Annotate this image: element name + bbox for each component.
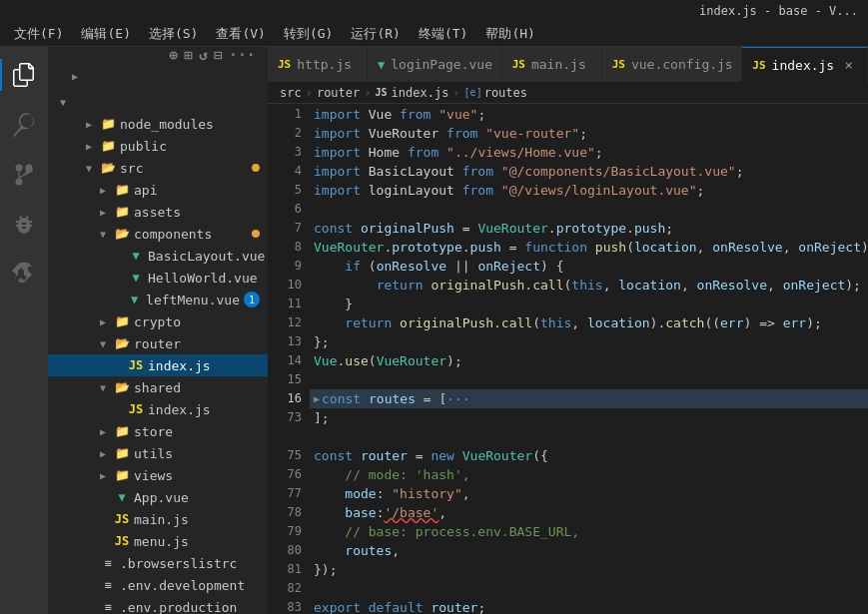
menu-item-V[interactable]: 查看(V) (208, 23, 273, 45)
tab-mainjs[interactable]: JS main.js (502, 47, 602, 82)
sidebar-item-components[interactable]: ▼ 📂 components (48, 223, 268, 245)
sidebar-item-shared-index[interactable]: JS index.js (48, 398, 268, 420)
new-file-icon[interactable]: ⊕ (169, 47, 178, 63)
tab-close-button[interactable]: × (840, 56, 857, 74)
ln-4: 4 (268, 162, 302, 181)
debug-activity-icon[interactable] (0, 201, 48, 249)
svg-point-1 (26, 165, 33, 172)
search-activity-icon[interactable] (0, 101, 48, 149)
more-options-icon[interactable]: ··· (229, 47, 256, 63)
breadcrumb-file: index.js (392, 86, 449, 100)
sep: › (364, 86, 371, 100)
sidebar-item-assets[interactable]: ▶ 📁 assets (48, 201, 268, 223)
sidebar-header-icons: ⊕ ⊞ ↺ ⊟ ··· (169, 47, 256, 63)
explorer-activity-icon[interactable] (0, 51, 48, 99)
ln-77: 77 (268, 484, 302, 503)
sidebar-item-utils[interactable]: ▶ 📁 utils (48, 442, 268, 464)
fold-arrow[interactable]: ▶ (314, 389, 320, 408)
menu-item-F[interactable]: 文件(F) (6, 23, 71, 45)
code-editor[interactable]: 1 2 3 4 5 6 7 8 9 10 11 12 13 14 15 16 7… (268, 104, 868, 614)
code-line-9: if (onResolve || onReject) { (310, 257, 868, 276)
collapse-all-icon[interactable]: ⊟ (214, 47, 223, 63)
ln-5: 5 (268, 181, 302, 200)
chevron-icon: ▶ (96, 185, 110, 196)
new-folder-icon[interactable]: ⊞ (184, 47, 193, 63)
appvue-label: App.vue (134, 490, 189, 505)
ln-empty (268, 427, 302, 446)
sidebar-item-src[interactable]: ▼ 📂 src (48, 157, 268, 179)
ln-16: 16 (268, 389, 302, 408)
sidebar: ⊕ ⊞ ↺ ⊟ ··· ▶ ▼ ▶ 📁 node_modules (48, 47, 268, 614)
svg-line-4 (19, 172, 29, 179)
node-modules-label: node_modules (120, 117, 214, 132)
sidebar-item-crypto[interactable]: ▶ 📁 crypto (48, 310, 268, 332)
src-label: src (120, 161, 143, 176)
menu-item-H[interactable]: 帮助(H) (477, 23, 542, 45)
menu-item-E[interactable]: 编辑(E) (73, 23, 138, 45)
folder-icon: 📁 (100, 139, 116, 153)
code-line-2: import VueRouter from "vue-router"; (310, 124, 868, 143)
sidebar-item-mainjs[interactable]: JS main.js (48, 508, 268, 530)
ln-14: 14 (268, 351, 302, 370)
menu-item-R[interactable]: 运行(R) (343, 23, 408, 45)
sidebar-item-helloworld[interactable]: ▼ HelloWorld.vue (48, 267, 268, 289)
menu-item-S[interactable]: 选择(S) (141, 23, 206, 45)
router-label: router (134, 336, 181, 351)
sidebar-item-env-dev[interactable]: ≡ .env.development (48, 574, 268, 596)
sidebar-item-browserslistrc[interactable]: ≡ .browserslistrc (48, 552, 268, 574)
folder-icon: 📁 (114, 424, 130, 438)
badge: 1 (244, 292, 260, 307)
sidebar-item-api[interactable]: ▶ 📁 api (48, 179, 268, 201)
chevron-icon: ▼ (82, 163, 96, 174)
menu-item-G[interactable]: 转到(G) (276, 23, 341, 45)
tab-loginpagevue[interactable]: ▼ loginPage.vue (368, 47, 502, 82)
sidebar-item-appvue[interactable]: ▼ App.vue (48, 486, 268, 508)
chevron-icon: ▶ (82, 119, 96, 130)
source-control-activity-icon[interactable] (0, 151, 48, 199)
sidebar-item-menujs[interactable]: JS menu.js (48, 530, 268, 552)
code-content[interactable]: import Vue from "vue"; import VueRouter … (310, 104, 868, 614)
ln-76: 76 (268, 465, 302, 484)
ln-81: 81 (268, 560, 302, 579)
menu-item-T[interactable]: 终端(T) (411, 23, 475, 45)
js-icon: JS (128, 402, 144, 416)
sidebar-item-shared[interactable]: ▼ 📂 shared (48, 376, 268, 398)
code-line-12: return originalPush.call(this, location)… (310, 313, 868, 332)
chevron-icon: ▶ (96, 426, 110, 437)
ln-75: 75 (268, 446, 302, 465)
js-icon: JS (376, 87, 388, 98)
chevron-icon: ▼ (96, 382, 110, 393)
sidebar-item-env-prod[interactable]: ≡ .env.production (48, 596, 268, 614)
tab-httpjs[interactable]: JS http.js (268, 47, 368, 82)
code-line-83: export default router; (310, 598, 868, 614)
mainjs-label: main.js (134, 512, 189, 527)
extensions-activity-icon[interactable] (0, 251, 48, 299)
sidebar-item-leftmenu[interactable]: ▼ leftMenu.vue 1 (48, 289, 268, 310)
sidebar-item-public[interactable]: ▶ 📁 public (48, 135, 268, 157)
refresh-icon[interactable]: ↺ (199, 47, 208, 63)
sidebar-item-router-index[interactable]: JS index.js (48, 354, 268, 376)
sidebar-item-router[interactable]: ▼ 📂 router (48, 332, 268, 354)
project-chevron: ▼ (56, 97, 70, 108)
utils-label: utils (134, 446, 173, 461)
project-root[interactable]: ▼ (48, 91, 268, 113)
tab-indexjs[interactable]: JS index.js × (742, 47, 868, 82)
code-line-10: return originalPush.call(this, location,… (310, 276, 868, 295)
router-index-label: index.js (148, 358, 211, 373)
tab-label: main.js (531, 57, 586, 72)
tab-vueconfigjs[interactable]: JS vue.config.js (602, 47, 743, 82)
assets-label: assets (134, 205, 181, 220)
code-line-78: base:'/base', (310, 503, 868, 522)
open-editors-toggle[interactable]: ▶ (48, 65, 268, 87)
code-line-76: // mode: 'hash', (310, 465, 868, 484)
modified-dot (252, 164, 260, 172)
code-line-82 (310, 579, 868, 598)
ln-9: 9 (268, 257, 302, 276)
chevron-icon: ▶ (96, 316, 110, 327)
sidebar-item-basiclayout[interactable]: ▼ BasicLayout.vue (48, 245, 268, 267)
sidebar-item-views[interactable]: ▶ 📁 views (48, 464, 268, 486)
sidebar-item-node-modules[interactable]: ▶ 📁 node_modules (48, 113, 268, 135)
chevron-icon: ▶ (82, 141, 96, 152)
browserslistrc-label: .browserslistrc (120, 556, 237, 571)
sidebar-item-store[interactable]: ▶ 📁 store (48, 420, 268, 442)
